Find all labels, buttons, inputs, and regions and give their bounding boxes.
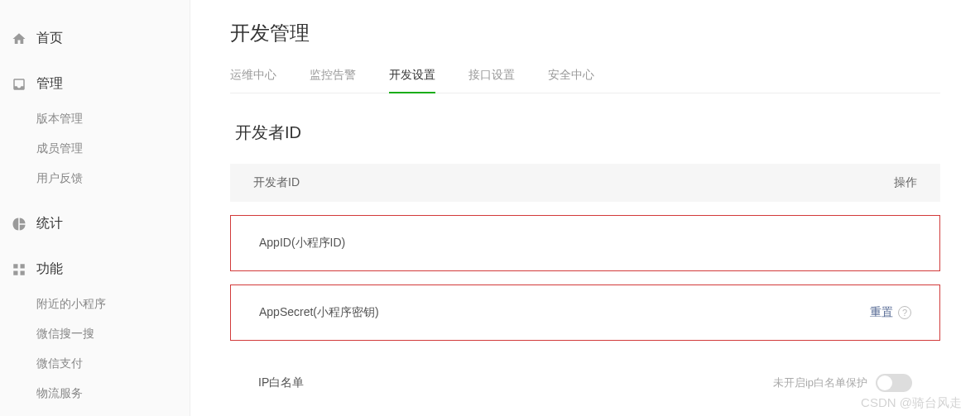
nav-features[interactable]: 功能 (0, 254, 190, 285)
nav-item-feedback[interactable]: 用户反馈 (36, 164, 190, 194)
inbox-icon (12, 77, 26, 92)
row-ip-whitelist: IP白名单 未开启ip白名单保护 (230, 367, 940, 399)
tab-dev-settings[interactable]: 开发设置 (389, 58, 435, 93)
pie-chart-icon (12, 217, 26, 232)
nav-item-pay[interactable]: 微信支付 (36, 349, 190, 379)
help-icon[interactable]: ? (898, 306, 911, 319)
ip-whitelist-status: 未开启ip白名单保护 (773, 375, 867, 390)
table-header: 开发者ID 操作 (230, 164, 940, 202)
nav-home-label: 首页 (36, 30, 63, 47)
nav-home[interactable]: 首页 (0, 23, 190, 54)
tab-monitor[interactable]: 监控告警 (310, 58, 356, 93)
nav-stats[interactable]: 统计 (0, 208, 190, 239)
nav-stats-label: 统计 (36, 215, 63, 232)
nav-item-members[interactable]: 成员管理 (36, 134, 190, 164)
section-title: 开发者ID (230, 122, 940, 144)
sidebar: 首页 管理 版本管理 成员管理 用户反馈 统计 功能 (0, 0, 190, 416)
tab-ops[interactable]: 运维中心 (230, 58, 276, 93)
nav-manage[interactable]: 管理 (0, 69, 190, 99)
svg-rect-2 (13, 270, 17, 275)
nav-features-label: 功能 (36, 261, 63, 278)
home-icon (12, 31, 26, 46)
page-title: 开发管理 (230, 20, 940, 46)
svg-rect-1 (21, 264, 25, 268)
nav-item-search[interactable]: 微信搜一搜 (36, 319, 190, 349)
grid-icon (12, 262, 26, 277)
tabs: 运维中心 监控告警 开发设置 接口设置 安全中心 (230, 58, 940, 93)
nav-item-logistics[interactable]: 物流服务 (36, 379, 190, 409)
ip-whitelist-label: IP白名单 (258, 375, 424, 390)
tab-api-settings[interactable]: 接口设置 (468, 58, 515, 93)
main-content: 开发管理 运维中心 监控告警 开发设置 接口设置 安全中心 开发者ID 开发者I… (190, 0, 980, 416)
nav-item-version[interactable]: 版本管理 (36, 104, 190, 134)
nav-item-nearby[interactable]: 附近的小程序 (36, 289, 190, 319)
nav-manage-label: 管理 (36, 75, 63, 93)
appid-label: AppID(小程序ID) (259, 236, 425, 251)
column-action-label: 操作 (851, 175, 917, 190)
ip-whitelist-toggle[interactable] (876, 374, 912, 392)
row-appsecret: AppSecret(小程序密钥) 重置 ? (230, 285, 940, 341)
tab-security[interactable]: 安全中心 (548, 58, 594, 93)
appsecret-label: AppSecret(小程序密钥) (259, 305, 425, 320)
column-id-label: 开发者ID (253, 175, 851, 190)
svg-rect-3 (21, 270, 25, 275)
reset-link[interactable]: 重置 (870, 305, 893, 320)
svg-rect-0 (13, 264, 17, 268)
row-appid: AppID(小程序ID) (230, 215, 940, 271)
